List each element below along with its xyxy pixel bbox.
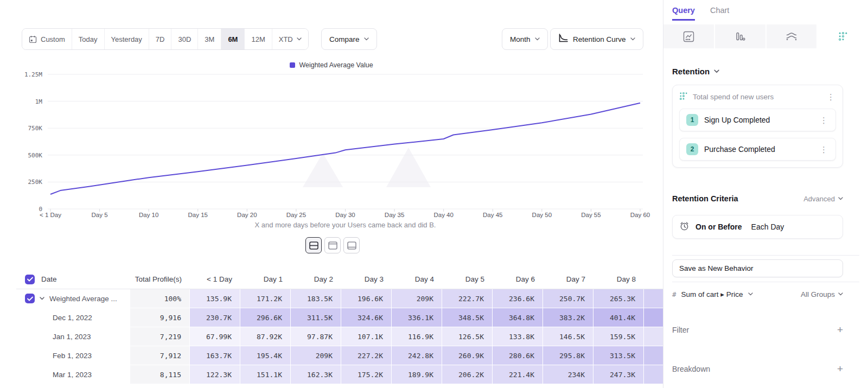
column-header-day-1[interactable]: Day 1 bbox=[240, 270, 291, 289]
column-header-day-5[interactable]: Day 5 bbox=[442, 270, 493, 289]
column-header--1-day[interactable]: < 1 Day bbox=[190, 270, 240, 289]
compare-button[interactable]: Compare bbox=[321, 28, 377, 50]
column-header-day-3[interactable]: Day 3 bbox=[341, 270, 392, 289]
column-header-day-2[interactable]: Day 2 bbox=[291, 270, 341, 289]
range-7d[interactable]: 7D bbox=[149, 29, 172, 49]
report-tab-insights[interactable] bbox=[663, 24, 715, 48]
value-cell: 209K bbox=[291, 346, 341, 365]
table-row[interactable]: Mar 1, 20238,115122.3K151.1K162.3K175.2K… bbox=[16, 365, 663, 384]
row-total-cell: 100% bbox=[130, 289, 190, 308]
retention-icon bbox=[838, 31, 848, 41]
step-event-label: Sign Up Completed bbox=[704, 116, 813, 124]
column-header-day-7[interactable]: Day 7 bbox=[543, 270, 593, 289]
kebab-menu-icon[interactable]: ⋮ bbox=[819, 116, 829, 124]
range-label: XTD bbox=[279, 35, 293, 43]
step-number-badge: 2 bbox=[686, 143, 698, 155]
legend-swatch bbox=[290, 62, 295, 68]
filter-section: Filter + bbox=[672, 325, 843, 335]
value-cell: 163.7K bbox=[190, 346, 240, 365]
chevron-down-icon bbox=[714, 69, 719, 73]
granularity-dropdown[interactable]: Month bbox=[502, 28, 548, 50]
value-cell-overflow bbox=[644, 308, 663, 327]
range-12m[interactable]: 12M bbox=[245, 29, 272, 49]
criteria-condition[interactable]: On or Before bbox=[695, 222, 742, 231]
value-cell-overflow bbox=[644, 327, 663, 346]
retention-table: DateTotal Profile(s)< 1 DayDay 1Day 2Day… bbox=[16, 270, 663, 384]
column-header-day-4[interactable]: Day 4 bbox=[392, 270, 442, 289]
range-today[interactable]: Today bbox=[72, 29, 105, 49]
range-label: Today bbox=[79, 35, 98, 43]
column-header-date[interactable]: Date bbox=[16, 270, 130, 289]
save-as-new-behavior-button[interactable]: Save as New Behavior bbox=[672, 259, 843, 277]
column-header-day-6[interactable]: Day 6 bbox=[493, 270, 543, 289]
row-date-cell: Dec 1, 2022 bbox=[16, 308, 130, 327]
tab-chart[interactable]: Chart bbox=[710, 6, 729, 21]
row-date-cell: Weighted Average ... bbox=[16, 289, 130, 308]
x-tick-label: < 1 Day bbox=[40, 212, 61, 218]
row-date-label: Dec 1, 2022 bbox=[53, 314, 92, 322]
criteria-mode-dropdown[interactable]: Advanced bbox=[803, 195, 843, 203]
range-3m[interactable]: 3M bbox=[198, 29, 221, 49]
value-cell: 265.3K bbox=[593, 289, 644, 308]
retention-icon bbox=[679, 92, 688, 100]
criteria-condition-card[interactable]: On or Before Each Day bbox=[672, 215, 843, 239]
section-title-label: Retention bbox=[672, 67, 710, 76]
row-expander[interactable] bbox=[40, 297, 44, 300]
add-filter-button[interactable]: + bbox=[837, 325, 843, 335]
add-breakdown-button[interactable]: + bbox=[837, 364, 843, 374]
range-30d[interactable]: 30D bbox=[171, 29, 198, 49]
table-row[interactable]: Feb 1, 20237,912163.7K195.4K209K227.2K24… bbox=[16, 346, 663, 365]
x-tick-label: Day 30 bbox=[335, 212, 355, 218]
value-cell: 364.8K bbox=[493, 308, 543, 327]
report-tab-retention[interactable] bbox=[818, 24, 868, 48]
table-only-view-icon bbox=[347, 241, 356, 250]
behavior-step-2[interactable]: 2Purchase Completed⋮ bbox=[679, 138, 836, 161]
table-row[interactable]: Dec 1, 20229,916230.7K296.6K311.5K324.6K… bbox=[16, 308, 663, 327]
value-cell: 189.9K bbox=[392, 365, 442, 384]
layout-toggle-split-view[interactable] bbox=[305, 237, 322, 253]
kebab-menu-icon[interactable]: ⋮ bbox=[819, 145, 829, 154]
report-section-title[interactable]: Retention bbox=[672, 67, 719, 76]
groups-dropdown[interactable]: All Groups bbox=[801, 290, 843, 298]
report-tab-flows[interactable] bbox=[767, 24, 818, 48]
select-all-checkbox[interactable] bbox=[25, 275, 35, 284]
check-icon bbox=[27, 296, 33, 301]
row-checkbox[interactable] bbox=[25, 294, 35, 303]
table-row[interactable]: Weighted Average ...100%135.9K171.2K183.… bbox=[16, 289, 663, 308]
value-cell: 133.8K bbox=[493, 327, 543, 346]
criteria-window[interactable]: Each Day bbox=[751, 222, 784, 231]
value-cell: 295.8K bbox=[543, 346, 593, 365]
chart-legend[interactable]: Weighted Average Value bbox=[0, 61, 663, 69]
kebab-menu-icon[interactable]: ⋮ bbox=[826, 93, 836, 101]
column-header-day-8[interactable]: Day 8 bbox=[593, 270, 644, 289]
row-date-cell: Jan 1, 2023 bbox=[16, 327, 130, 346]
query-panel: Query Chart Retention Total spend of new… bbox=[663, 0, 868, 388]
range-6m[interactable]: 6M bbox=[221, 29, 245, 49]
value-cell-overflow bbox=[644, 365, 663, 384]
value-cell-overflow bbox=[644, 346, 663, 365]
value-cell: 183.5K bbox=[291, 289, 341, 308]
value-cell-overflow bbox=[644, 289, 663, 308]
layout-toggle-chart-only-view[interactable] bbox=[324, 237, 341, 253]
value-cell: 151.1K bbox=[240, 365, 291, 384]
y-tick-label: 1M bbox=[15, 98, 42, 105]
retention-curve-line bbox=[50, 103, 640, 194]
column-header-total-profile-s-[interactable]: Total Profile(s) bbox=[130, 270, 190, 289]
layout-toggle-table-only-view[interactable] bbox=[343, 237, 360, 253]
chevron-down-icon bbox=[297, 37, 302, 41]
range-yesterday[interactable]: Yesterday bbox=[105, 29, 149, 49]
behavior-step-1[interactable]: 1Sign Up Completed⋮ bbox=[679, 109, 836, 131]
range-custom[interactable]: Custom bbox=[22, 29, 72, 49]
tab-query[interactable]: Query bbox=[672, 6, 695, 21]
report-tab-funnels[interactable] bbox=[715, 24, 767, 48]
behavior-header[interactable]: Total spend of new users ⋮ bbox=[679, 92, 836, 102]
range-xtd[interactable]: XTD bbox=[272, 29, 308, 49]
row-total-cell: 7,219 bbox=[130, 327, 190, 346]
table-row[interactable]: Jan 1, 20237,21967.99K87.92K97.87K107.1K… bbox=[16, 327, 663, 346]
breakdown-label: Breakdown bbox=[672, 365, 710, 373]
value-cell: 242.8K bbox=[392, 346, 442, 365]
column-header-overflow bbox=[644, 270, 663, 289]
measurement-dropdown[interactable]: Sum of cart ▸ Price bbox=[681, 290, 743, 298]
chart-type-dropdown[interactable]: Retention Curve bbox=[550, 28, 643, 50]
measurement-row: # Sum of cart ▸ Price All Groups bbox=[672, 287, 843, 301]
